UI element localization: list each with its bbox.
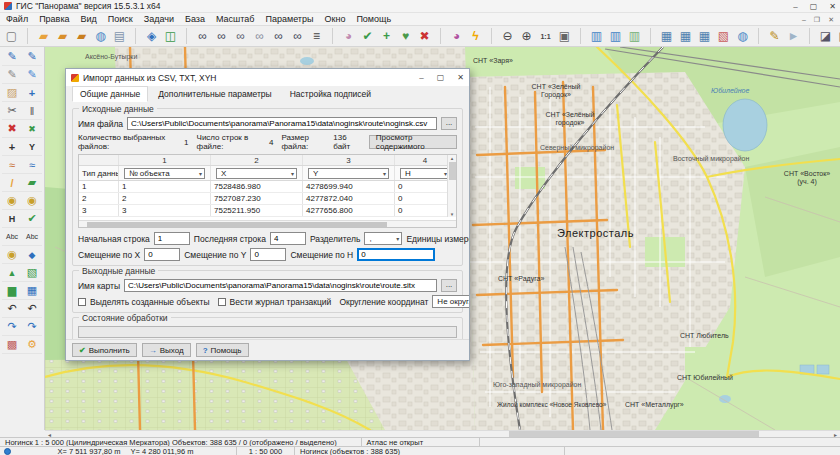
settings-gear-icon[interactable]: ⚙ bbox=[22, 336, 42, 354]
add-selection-icon[interactable]: + bbox=[377, 27, 396, 45]
mdi-close-button[interactable]: ✕ bbox=[828, 16, 834, 24]
smooth-line-icon[interactable]: ≈ bbox=[2, 156, 22, 174]
menu-item[interactable]: Файл bbox=[6, 14, 28, 24]
panel-screen-icon[interactable]: ▥ bbox=[587, 27, 606, 45]
cut-node-pencil-icon[interactable]: ✎ bbox=[2, 66, 22, 84]
start-row-input[interactable] bbox=[154, 232, 190, 245]
search-object-icon[interactable]: ∞ bbox=[193, 27, 212, 45]
accept-selection-icon[interactable]: ✔ bbox=[358, 27, 377, 45]
redo-icon[interactable]: ↷ bbox=[2, 318, 22, 336]
table-vertical-scrollbar[interactable]: ▴▾ bbox=[447, 155, 456, 217]
quick-view-icon[interactable]: ϟ bbox=[466, 27, 485, 45]
edit-node-icon[interactable]: + bbox=[2, 138, 22, 156]
table-row[interactable]: 3 3 7525211.950 4277656.800 0 bbox=[79, 205, 456, 217]
navigator-icon[interactable] bbox=[4, 448, 11, 455]
rounding-combo[interactable]: Не округлять▾ bbox=[432, 295, 469, 308]
maps-pack-icon[interactable]: ▧ bbox=[22, 264, 42, 282]
crayons-set-icon[interactable]: ▨ bbox=[2, 84, 22, 102]
delete-object-icon[interactable]: ✖ bbox=[2, 120, 22, 138]
accept-object-icon[interactable]: ✔ bbox=[22, 210, 42, 228]
exit-button[interactable]: →Выход bbox=[142, 343, 191, 357]
menu-item[interactable]: Задачи bbox=[144, 14, 174, 24]
help-button[interactable]: ?Помощь bbox=[196, 343, 249, 357]
export-icon[interactable]: ◪ bbox=[816, 27, 835, 45]
dialog-maximize-button[interactable]: ▢ bbox=[437, 73, 445, 82]
relief-icon[interactable]: ▲ bbox=[2, 264, 22, 282]
select-created-checkbox[interactable] bbox=[78, 298, 86, 306]
tab-captions[interactable]: Настройка подписей bbox=[282, 86, 379, 102]
browse-map-button[interactable]: ... bbox=[441, 279, 457, 292]
instruments-icon[interactable]: ◆ bbox=[22, 246, 42, 264]
delimiter-combo[interactable]: ,▾ bbox=[364, 232, 402, 245]
clear-selection-icon[interactable]: ✖ bbox=[415, 27, 434, 45]
run-task-icon[interactable]: ► bbox=[784, 27, 803, 45]
images-panel-icon[interactable]: ▩ bbox=[2, 336, 22, 354]
edit-polyline-icon[interactable]: ≈ bbox=[22, 156, 42, 174]
chart-growth-icon[interactable]: ▆ bbox=[2, 282, 22, 300]
chart-table-icon[interactable]: ▦ bbox=[22, 282, 42, 300]
dialog-minimize-button[interactable]: – bbox=[419, 73, 423, 82]
table-horizontal-scrollbar[interactable] bbox=[79, 220, 456, 227]
searchlight-icon[interactable]: ◉ bbox=[2, 246, 22, 264]
undo-icon[interactable]: ↶ bbox=[2, 300, 22, 318]
horizontal-text-icon[interactable]: H bbox=[2, 210, 22, 228]
scroll-up-arrow-icon[interactable]: ▴ bbox=[451, 155, 454, 161]
column-type-combo-2[interactable]: X▾ bbox=[216, 168, 297, 179]
create-map-icon[interactable]: ▢ bbox=[2, 27, 21, 45]
file-name-input[interactable] bbox=[127, 117, 437, 130]
document-list-icon[interactable]: ▤ bbox=[110, 27, 129, 45]
menu-item[interactable]: Масштаб bbox=[216, 14, 255, 24]
map-name-input[interactable] bbox=[124, 279, 437, 292]
preview-content-button[interactable]: Просмотр содержимого bbox=[369, 135, 457, 149]
layers-icon[interactable]: ◈ bbox=[142, 27, 161, 45]
refresh-data-icon[interactable]: ◫ bbox=[161, 27, 180, 45]
transaction-journal-checkbox[interactable] bbox=[218, 298, 226, 306]
menu-item[interactable]: Правка bbox=[39, 14, 69, 24]
minimize-button[interactable]: – bbox=[793, 2, 797, 11]
open-geoportal-icon[interactable]: ◍ bbox=[91, 27, 110, 45]
classifier-edit-icon[interactable]: ✎ bbox=[765, 27, 784, 45]
menu-item[interactable]: Вид bbox=[81, 14, 97, 24]
undo-all-icon[interactable]: ↶ bbox=[22, 300, 42, 318]
panel-edit-icon[interactable]: ▥ bbox=[606, 27, 625, 45]
search-text-icon[interactable]: ∞ bbox=[212, 27, 231, 45]
open-map-icon[interactable]: ▰ bbox=[34, 27, 53, 45]
scrollbar-thumb[interactable] bbox=[449, 162, 456, 180]
zoom-out-icon[interactable]: ⊖ bbox=[498, 27, 517, 45]
fit-window-icon[interactable]: ▣ bbox=[555, 27, 574, 45]
globe-small-icon[interactable]: ◍ bbox=[733, 27, 752, 45]
tab-additional[interactable]: Дополнительные параметры bbox=[150, 86, 279, 102]
menu-item[interactable]: База bbox=[185, 14, 205, 24]
open-data-icon[interactable]: ▰ bbox=[53, 27, 72, 45]
map-graphic-icon[interactable]: ▧ bbox=[714, 27, 733, 45]
scroll-down-arrow-icon[interactable]: ▾ bbox=[451, 211, 454, 217]
topology-junction-icon[interactable]: Y bbox=[22, 138, 42, 156]
select-object-icon[interactable]: ◕ bbox=[339, 27, 358, 45]
edit-point-pencil-icon[interactable]: ✎ bbox=[22, 48, 42, 66]
search-map-icon[interactable]: ∞ bbox=[288, 27, 307, 45]
text-title-abc-icon[interactable]: Abc bbox=[22, 228, 42, 246]
create-area-icon[interactable]: ▰ bbox=[22, 174, 42, 192]
add-map-icon[interactable]: ▰ bbox=[72, 27, 91, 45]
close-button[interactable]: ✕ bbox=[829, 2, 836, 11]
text-abc-icon[interactable]: Abc bbox=[2, 228, 22, 246]
offset-y-input[interactable] bbox=[250, 248, 286, 261]
browse-file-button[interactable]: ... bbox=[441, 117, 457, 130]
column-type-combo-1[interactable]: № объекта▾ bbox=[124, 168, 205, 179]
panel-nav-icon[interactable]: ▥ bbox=[625, 27, 644, 45]
run-button[interactable]: ✔Выполнить bbox=[72, 343, 137, 357]
dialog-close-button[interactable]: ✕ bbox=[457, 73, 464, 82]
move-object-icon[interactable]: + bbox=[22, 84, 42, 102]
import-icon[interactable]: ◩ bbox=[835, 27, 840, 45]
menu-item[interactable]: Поиск bbox=[108, 14, 133, 24]
mdi-restore-button[interactable]: ❐ bbox=[814, 16, 820, 24]
search-dots-icon[interactable]: ∞ bbox=[231, 27, 250, 45]
table-row[interactable]: 2 2 7527087.230 4277872.040 0 bbox=[79, 193, 456, 205]
table-edit-icon[interactable]: ▦ bbox=[695, 27, 714, 45]
zoom-in-icon[interactable]: ⊕ bbox=[517, 27, 536, 45]
menu-item[interactable]: Окно bbox=[324, 14, 345, 24]
scale-1-1-icon[interactable]: 1:1 bbox=[536, 27, 555, 45]
favorites-map-icon[interactable]: ♥ bbox=[396, 27, 415, 45]
create-object-pencil-icon[interactable]: ✎ bbox=[2, 48, 22, 66]
column-type-combo-4[interactable]: H▾ bbox=[400, 168, 450, 179]
